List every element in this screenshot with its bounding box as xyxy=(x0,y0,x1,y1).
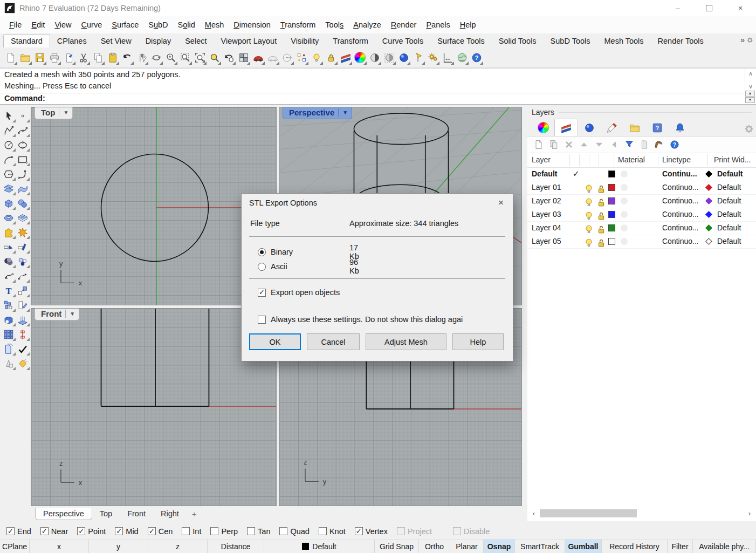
status-planar[interactable]: Planar xyxy=(450,540,484,553)
layer-name[interactable]: Layer 03 xyxy=(532,210,561,219)
undo-view-button[interactable] xyxy=(222,50,236,66)
layer-wedge-button[interactable] xyxy=(338,50,353,66)
gears-button[interactable] xyxy=(425,50,440,66)
sphere-half-button[interactable] xyxy=(367,50,382,66)
checkbox-icon[interactable] xyxy=(279,527,287,535)
help-button[interactable]: Help xyxy=(452,333,504,350)
zoom-in-button[interactable] xyxy=(163,50,178,66)
dialog-checkbox-row[interactable]: Export open objects xyxy=(258,288,340,297)
layer-name[interactable]: Layer 02 xyxy=(532,196,561,205)
layer-color-swatch[interactable] xyxy=(608,238,615,245)
pages-blue-button[interactable] xyxy=(2,342,16,356)
panel-tab-bell[interactable] xyxy=(669,119,691,136)
checkbox-icon[interactable] xyxy=(258,316,266,324)
osnap-project[interactable]: Project xyxy=(397,527,432,536)
menu-analyze[interactable]: Analyze xyxy=(348,18,386,31)
polygon-tool-button[interactable] xyxy=(2,167,16,181)
dialog-title-bar[interactable]: STL Export Options xyxy=(242,194,513,212)
viewport-tab-perspective[interactable]: Perspective xyxy=(35,508,92,520)
sphere-blue-button[interactable] xyxy=(396,50,411,66)
checkbox-icon[interactable] xyxy=(355,527,363,535)
explode-button[interactable] xyxy=(16,226,30,240)
color-wheel-button[interactable] xyxy=(353,50,367,66)
menu-help[interactable]: Help xyxy=(455,18,481,31)
lock-button[interactable] xyxy=(324,50,338,66)
menu-surface[interactable]: Surface xyxy=(107,18,143,31)
bulb-button[interactable] xyxy=(309,50,324,66)
osnap-vertex[interactable]: Vertex xyxy=(355,527,388,536)
check-button[interactable] xyxy=(16,342,30,356)
dialog-checkbox-row[interactable]: Always use these settings. Do not show t… xyxy=(258,315,463,324)
panel-gear-icon[interactable] xyxy=(743,123,753,133)
material-sphere-icon[interactable] xyxy=(621,197,628,204)
scroll-left-icon[interactable]: ‹ xyxy=(530,509,538,517)
tab-transform[interactable]: Transform xyxy=(326,35,375,47)
torus-tool-button[interactable] xyxy=(2,211,16,225)
panel-tab-layer-wedge[interactable] xyxy=(554,119,578,136)
cplane-disc-button[interactable] xyxy=(280,50,294,66)
command-area[interactable]: Created a mesh with 350 points and 257 p… xyxy=(0,68,756,105)
scale-red-button[interactable] xyxy=(16,327,30,342)
layer-color-swatch[interactable] xyxy=(608,197,615,204)
tab-surface-tools[interactable]: Surface Tools xyxy=(430,35,492,47)
checkbox-icon[interactable] xyxy=(247,527,255,535)
tab-solid-tools[interactable]: Solid Tools xyxy=(492,35,544,47)
osnap-point[interactable]: Point xyxy=(77,527,106,536)
osnap-tan[interactable]: Tan xyxy=(247,527,270,536)
polyline-button[interactable] xyxy=(2,124,16,138)
column-header-layer[interactable]: Layer xyxy=(532,155,551,164)
checkbox-icon[interactable] xyxy=(258,289,266,297)
circle-tool-button[interactable] xyxy=(2,138,16,152)
material-sphere-icon[interactable] xyxy=(621,170,628,177)
menu-tools[interactable]: Tools xyxy=(320,18,348,31)
viewport-top[interactable]: y x Top ▼ xyxy=(31,107,277,305)
menu-view[interactable]: View xyxy=(50,18,76,31)
material-sphere-icon[interactable] xyxy=(621,211,628,218)
menu-curve[interactable]: Curve xyxy=(77,18,107,31)
paste-button[interactable] xyxy=(105,50,120,66)
save-button[interactable] xyxy=(32,50,47,66)
tab-standard[interactable]: Standard xyxy=(3,35,50,47)
column-header-material[interactable]: Material xyxy=(618,155,645,164)
osnap-quad[interactable]: Quad xyxy=(279,527,309,536)
layout-grid-button[interactable] xyxy=(236,50,251,66)
tab-select[interactable]: Select xyxy=(178,35,214,47)
checkbox-icon[interactable] xyxy=(210,527,218,535)
zoom-window-button[interactable] xyxy=(178,50,193,66)
layer-linetype[interactable]: Continuo... xyxy=(662,223,699,232)
layer-name[interactable]: Layer 01 xyxy=(532,183,561,192)
grid-squares-button[interactable] xyxy=(2,327,16,342)
visibility-bulb-icon[interactable] xyxy=(583,196,592,206)
scroll-up-icon[interactable]: ∧ xyxy=(748,70,753,77)
delete-x-button[interactable] xyxy=(562,138,575,151)
osnap-end[interactable]: End xyxy=(6,527,31,536)
checkbox-icon[interactable] xyxy=(397,527,405,535)
lock-icon[interactable] xyxy=(595,183,604,192)
curve-arrow-button[interactable] xyxy=(2,269,16,283)
select-arrow-button[interactable] xyxy=(2,109,16,123)
lock-icon[interactable] xyxy=(595,210,604,219)
material-sphere-icon[interactable] xyxy=(621,238,628,245)
osnap-int[interactable]: Int xyxy=(182,527,201,536)
material-sphere-icon[interactable] xyxy=(621,224,628,231)
menu-subd[interactable]: SubD xyxy=(143,18,173,31)
cancel-button[interactable]: Cancel xyxy=(307,333,360,350)
viewport-tab-front[interactable]: Front xyxy=(120,508,153,520)
filetype-option-binary[interactable]: Binary17 Kb xyxy=(258,248,293,256)
viewport-top-label[interactable]: Top ▼ xyxy=(35,107,73,119)
checkbox-icon[interactable] xyxy=(182,527,190,535)
solid-blue-button[interactable] xyxy=(2,313,16,327)
earth-button[interactable] xyxy=(455,50,469,66)
checkbox-icon[interactable] xyxy=(40,527,49,535)
layer-row[interactable]: Layer 02Continuo...Default xyxy=(527,195,756,208)
ellipse-tool-button[interactable] xyxy=(16,138,30,152)
status-y[interactable]: y xyxy=(89,540,148,553)
layer-row[interactable]: Layer 04Continuo...Default xyxy=(527,222,756,235)
spin-up-icon[interactable]: ▲ xyxy=(745,91,755,97)
osnap-cen[interactable]: Cen xyxy=(148,527,173,536)
scrollbar-thumb[interactable] xyxy=(540,509,637,517)
edit-slash-button[interactable] xyxy=(16,298,30,312)
point-button[interactable] xyxy=(16,109,30,123)
checkbox-icon[interactable] xyxy=(148,527,156,535)
osnap-perp[interactable]: Perp xyxy=(210,527,238,536)
